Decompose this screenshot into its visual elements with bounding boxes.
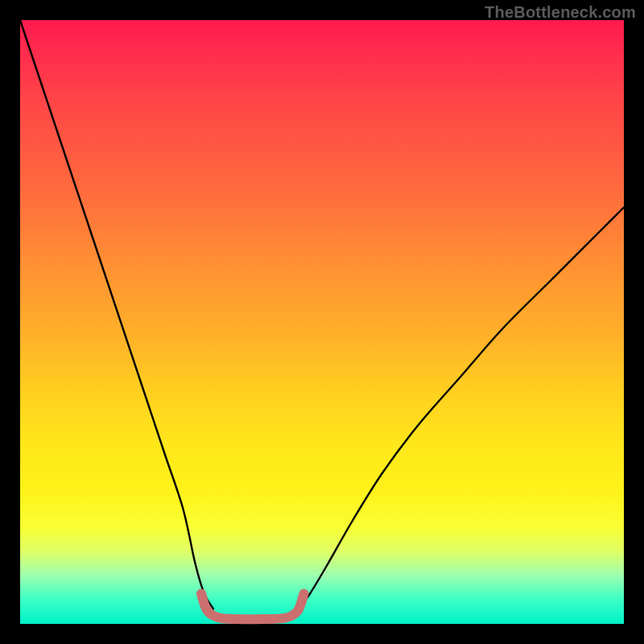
watermark-label: TheBottleneck.com <box>485 3 636 22</box>
curve-left <box>20 20 213 609</box>
curve-right <box>298 208 624 609</box>
chart-frame: TheBottleneck.com <box>0 0 644 644</box>
curve-layer <box>20 20 624 624</box>
plot-area <box>20 20 624 624</box>
trough-marker <box>201 594 304 620</box>
